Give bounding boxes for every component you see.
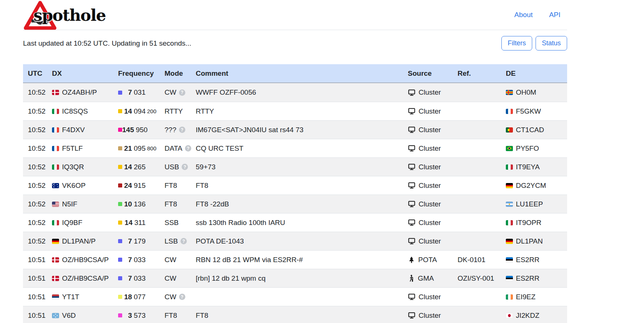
monitor-icon xyxy=(408,293,416,301)
help-icon[interactable] xyxy=(179,89,185,96)
filters-button[interactable]: Filters xyxy=(501,36,532,50)
mode-cell: CW xyxy=(160,274,191,283)
column-header-source: Source xyxy=(407,69,457,78)
status-button[interactable]: Status xyxy=(536,36,567,50)
column-header-frequency: Frequency xyxy=(113,69,160,78)
de-callsign: LU1EEP xyxy=(516,200,543,208)
frequency-value: 7179 xyxy=(122,237,146,245)
nav-link-about[interactable]: About xyxy=(514,11,533,19)
spot-time: 10:51 xyxy=(23,256,47,264)
spot-table-body: 10:52 OZ4ABH/P 7031 CW WWFF OZFF-0056 xyxy=(23,83,567,323)
column-header-ref: Ref. xyxy=(457,69,505,78)
source-cell: GMA xyxy=(407,274,457,283)
de-callsign: CT1CAD xyxy=(516,126,544,134)
brand-logo[interactable]: spothole xyxy=(23,0,105,30)
mode-label: SSB xyxy=(165,219,179,227)
frequency-value: 21095 xyxy=(122,144,146,153)
ref-cell: OZI/SY-001 xyxy=(457,274,505,283)
de-callsign: F5GKW xyxy=(516,107,541,115)
spot-row[interactable]: 10:52 OZ4ABH/P 7031 CW WWFF OZFF-0056 xyxy=(23,83,567,102)
help-icon[interactable] xyxy=(180,238,187,244)
mode-label: CW xyxy=(165,256,176,264)
mode-label: USB xyxy=(165,163,179,171)
column-header-mode: Mode xyxy=(160,69,191,78)
source-label: Cluster xyxy=(419,293,441,301)
frequency-cell: 7033 xyxy=(113,274,160,283)
source-cell: Cluster xyxy=(407,88,457,97)
spot-row[interactable]: 10:52 IC8SQS 14094 200 RTTY RTTY xyxy=(23,102,567,120)
spots-table: UTC DX Frequency Mode Comment Source Ref… xyxy=(23,64,567,323)
mode-label: RTTY xyxy=(165,107,183,115)
de-cell: ES2RR xyxy=(505,274,567,283)
dx-country-flag xyxy=(52,202,59,207)
frequency-cell: 21095 800 xyxy=(113,144,160,153)
tree-icon xyxy=(408,256,415,264)
comment-cell: IM67GE<SAT>JN04IU sat rs44 73 xyxy=(191,126,407,134)
de-callsign: OH0M xyxy=(516,88,536,97)
mode-cell: CW xyxy=(160,88,191,97)
spot-row[interactable]: 10:51 V6D 3573 FT8 FT8 xyxy=(23,306,567,323)
help-icon[interactable] xyxy=(179,127,185,133)
source-label: Cluster xyxy=(419,144,441,153)
dx-callsign: IC8SQS xyxy=(62,107,88,115)
spot-row[interactable]: 10:52 DL1PAN/P 7179 LSB POTA DE-1043 xyxy=(23,232,567,250)
dx-callsign: N5IF xyxy=(62,200,77,208)
dx-cell: DL1PAN/P xyxy=(47,237,113,245)
dx-country-flag xyxy=(52,146,59,151)
dx-country-flag xyxy=(52,239,59,244)
monitor-icon xyxy=(408,200,416,208)
de-cell: IT9EYA xyxy=(505,163,567,171)
de-cell: F5GKW xyxy=(505,107,567,115)
help-icon[interactable] xyxy=(179,294,185,300)
spot-row[interactable]: 10:52 IQ3QR 14265 USB 59+73 xyxy=(23,157,567,176)
spot-row[interactable]: 10:51 YT1T 18077 CW xyxy=(23,287,567,306)
mode-label: LSB xyxy=(165,237,178,245)
de-callsign: JI2KDZ xyxy=(516,311,539,320)
de-cell: PY5FO xyxy=(505,144,567,153)
band-color-swatch xyxy=(118,146,122,150)
source-label: Cluster xyxy=(419,311,441,320)
de-country-flag xyxy=(506,276,513,281)
comment-cell: POTA DE-1043 xyxy=(191,237,407,245)
spot-row[interactable]: 10:52 VK6OP 24915 FT8 FT8 xyxy=(23,176,567,195)
dx-country-flag xyxy=(52,294,59,300)
comment-cell: FT8 xyxy=(191,311,407,320)
mode-cell: RTTY xyxy=(160,107,191,115)
last-updated-text: Last updated at 10:52 UTC. Updating in 5… xyxy=(23,39,191,48)
dx-cell: F4DXV xyxy=(47,126,113,134)
source-cell: POTA xyxy=(407,256,457,264)
source-cell: Cluster xyxy=(407,311,457,320)
frequency-value: 10136 xyxy=(122,200,146,208)
column-header-dx: DX xyxy=(47,69,113,78)
band-color-swatch xyxy=(118,202,122,206)
spot-time: 10:52 xyxy=(23,144,47,153)
controls-row: Last updated at 10:52 UTC. Updating in 5… xyxy=(23,36,567,50)
spot-row[interactable]: 10:51 OZ/HB9CSA/P 7033 CW [rbn] 12 db 21… xyxy=(23,269,567,287)
nav-link-api[interactable]: API xyxy=(549,11,560,19)
mode-cell: LSB xyxy=(160,237,191,245)
monitor-icon xyxy=(408,311,416,319)
frequency-hz: 200 xyxy=(146,108,158,114)
dx-callsign: OZ/HB9CSA/P xyxy=(62,274,109,283)
source-label: Cluster xyxy=(419,163,441,171)
mode-label: CW xyxy=(165,88,176,97)
dx-cell: N5IF xyxy=(47,200,113,208)
monitor-icon xyxy=(408,237,416,245)
spot-row[interactable]: 10:51 OZ/HB9CSA/P 7033 CW RBN 12 dB 21 W… xyxy=(23,250,567,269)
dx-callsign: F4DXV xyxy=(62,126,85,134)
comment-cell: FT8 xyxy=(191,182,407,190)
de-callsign: IT9EYA xyxy=(516,163,540,171)
spot-row[interactable]: 10:52 F5TLF 21095 800 DATA CQ URC TEST xyxy=(23,139,567,157)
frequency-value: 3573 xyxy=(122,311,146,320)
spot-row[interactable]: 10:52 IQ9BF 14311 SSB ssb 130th Radio 10… xyxy=(23,213,567,232)
comment-cell: 59+73 xyxy=(191,163,407,171)
frequency-cell: 3573 xyxy=(113,311,160,320)
spot-row[interactable]: 10:52 F4DXV 145950 ??? IM67GE<SAT>JN04IU… xyxy=(23,120,567,139)
help-icon[interactable] xyxy=(182,164,188,170)
comment-cell: CQ URC TEST xyxy=(191,144,407,153)
help-icon[interactable] xyxy=(185,145,191,151)
column-header-utc: UTC xyxy=(23,69,47,78)
source-cell: Cluster xyxy=(407,293,457,301)
dx-country-flag xyxy=(52,257,59,262)
spot-row[interactable]: 10:52 N5IF 10136 FT8 FT8 -22dB xyxy=(23,195,567,213)
